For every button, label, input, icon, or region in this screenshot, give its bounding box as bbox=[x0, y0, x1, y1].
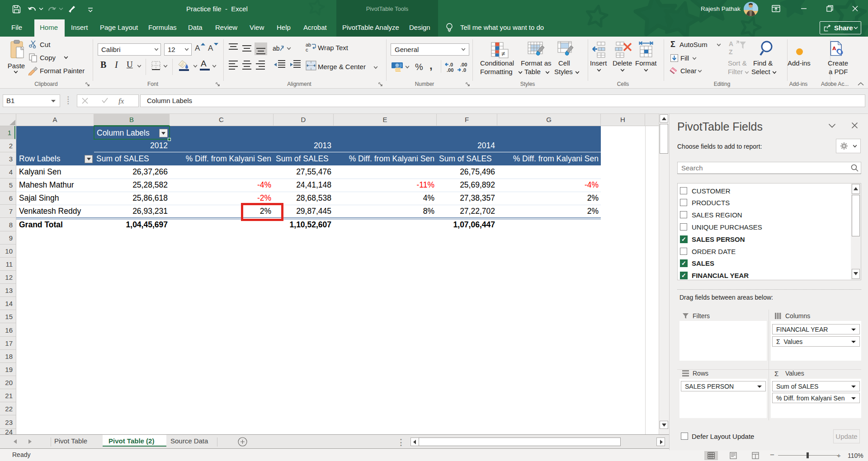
svg-text:.0: .0 bbox=[449, 62, 453, 67]
svg-text:Z: Z bbox=[729, 48, 733, 56]
svg-text:.00: .00 bbox=[460, 62, 467, 67]
svg-text:≠: ≠ bbox=[501, 50, 505, 57]
svg-text:ab: ab bbox=[273, 45, 280, 52]
svg-text:c: c bbox=[306, 47, 308, 52]
svg-text:.0: .0 bbox=[462, 67, 466, 72]
svg-text:.00: .00 bbox=[447, 67, 453, 72]
svg-text:fx: fx bbox=[118, 97, 124, 105]
svg-text:A: A bbox=[729, 40, 733, 47]
svg-text:A: A bbox=[832, 45, 836, 52]
